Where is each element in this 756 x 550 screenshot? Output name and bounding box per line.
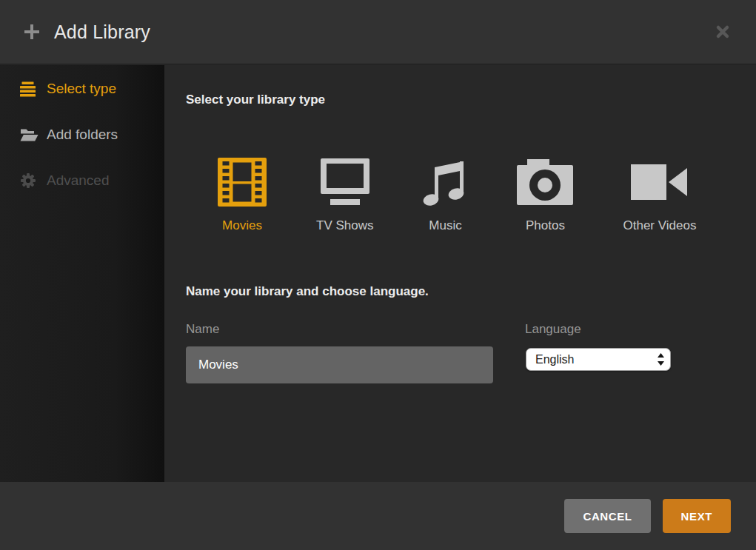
add-library-dialog: Add Library Select type <box>0 0 756 550</box>
dialog-body: Select type Add folders <box>0 65 756 482</box>
film-icon <box>218 157 267 207</box>
wizard-steps-sidebar: Select type Add folders <box>0 65 164 482</box>
library-type-photos[interactable]: Photos <box>517 157 573 233</box>
close-icon[interactable] <box>712 21 734 43</box>
library-type-music[interactable]: Music <box>423 157 467 233</box>
name-language-heading: Name your library and choose language. <box>186 284 429 299</box>
sidebar-item-add-folders[interactable]: Add folders <box>0 125 164 144</box>
library-type-other-videos[interactable]: Other Videos <box>623 157 696 233</box>
library-type-label: Other Videos <box>623 218 696 233</box>
sidebar-item-label: Advanced <box>47 172 110 189</box>
library-type-label: Music <box>429 218 461 233</box>
dialog-footer: CANCEL NEXT <box>0 482 756 550</box>
gear-icon <box>20 172 39 189</box>
list-icon <box>20 81 39 97</box>
tv-icon <box>320 157 370 207</box>
sidebar-item-select-type[interactable]: Select type <box>0 79 164 98</box>
library-type-picker: Movies TV Shows <box>218 157 696 233</box>
dialog-header: Add Library <box>0 0 756 64</box>
next-button[interactable]: NEXT <box>663 499 731 533</box>
library-type-label: TV Shows <box>316 218 373 233</box>
language-selected-value: English <box>535 353 658 366</box>
library-type-movies[interactable]: Movies <box>218 157 267 233</box>
sidebar-item-label: Add folders <box>47 127 118 143</box>
library-name-input[interactable] <box>186 346 493 383</box>
cancel-button[interactable]: CANCEL <box>564 499 650 533</box>
folder-open-icon <box>20 128 39 142</box>
library-type-tv-shows[interactable]: TV Shows <box>316 157 373 233</box>
library-type-label: Photos <box>526 218 565 233</box>
library-type-label: Movies <box>222 218 262 233</box>
sidebar-item-label: Select type <box>47 81 116 97</box>
name-field-label: Name <box>186 322 219 337</box>
sidebar-item-advanced: Advanced <box>0 171 164 190</box>
select-arrows-icon <box>658 352 664 366</box>
music-note-icon <box>423 157 467 207</box>
select-type-heading: Select your library type <box>186 92 325 107</box>
language-select[interactable]: English <box>526 348 671 371</box>
plus-icon <box>22 22 41 41</box>
language-field-label: Language <box>525 322 581 337</box>
dialog-title: Add Library <box>54 21 150 43</box>
video-camera-icon <box>631 157 689 207</box>
step-content: Select your library type <box>164 65 756 482</box>
camera-icon <box>517 157 573 207</box>
